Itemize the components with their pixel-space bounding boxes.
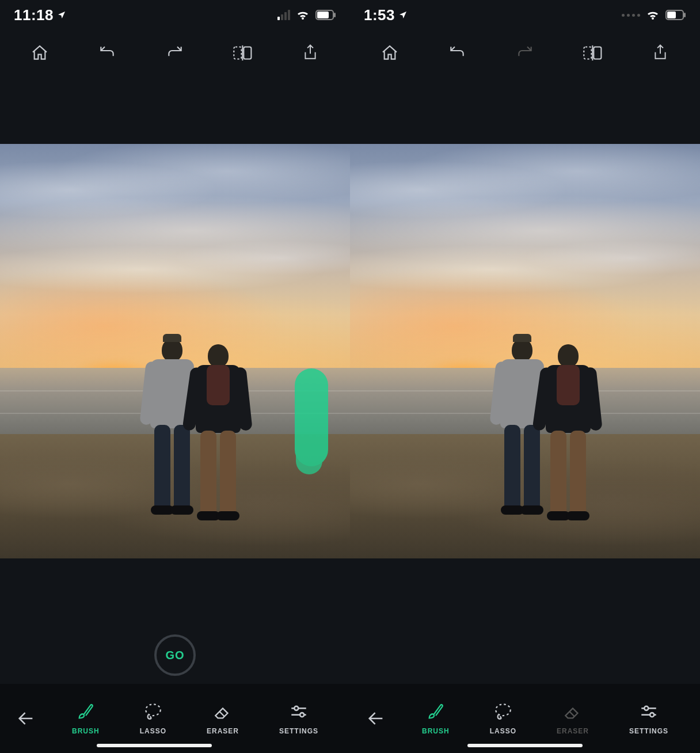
svg-rect-4 xyxy=(244,47,251,59)
undo-button[interactable] xyxy=(93,39,121,67)
tool-lasso[interactable]: LASSO xyxy=(490,702,516,735)
screen-left: 11:18 xyxy=(0,0,350,753)
tool-label: BRUSH xyxy=(422,727,450,735)
brush-icon xyxy=(76,702,96,721)
svg-rect-15 xyxy=(594,47,601,59)
tool-label: ERASER xyxy=(557,727,589,735)
svg-point-17 xyxy=(496,704,511,716)
battery-icon xyxy=(315,10,336,20)
photo[interactable] xyxy=(0,144,350,558)
tool-label: ERASER xyxy=(207,727,239,735)
home-button[interactable] xyxy=(26,39,54,67)
svg-point-6 xyxy=(146,704,161,716)
tool-lasso[interactable]: LASSO xyxy=(140,702,166,735)
tool-brush[interactable]: BRUSH xyxy=(72,702,100,735)
location-icon xyxy=(57,10,66,20)
brush-icon xyxy=(426,702,446,721)
brush-stroke-overlay xyxy=(295,368,328,466)
redo-button[interactable] xyxy=(161,39,189,67)
photo-subjects xyxy=(496,327,606,517)
undo-button[interactable] xyxy=(443,39,471,67)
lasso-icon xyxy=(143,702,163,721)
home-button[interactable] xyxy=(376,39,404,67)
tool-eraser[interactable]: ERASER xyxy=(207,702,239,735)
eraser-icon xyxy=(213,702,233,721)
svg-rect-2 xyxy=(334,13,336,17)
action-bar-empty xyxy=(350,626,700,684)
go-button[interactable]: GO xyxy=(154,634,196,676)
tool-brush[interactable]: BRUSH xyxy=(422,702,450,735)
share-button[interactable] xyxy=(646,39,674,67)
back-button[interactable] xyxy=(0,709,52,728)
tool-eraser: ERASER xyxy=(557,702,589,735)
settings-icon xyxy=(639,702,659,721)
compare-button[interactable] xyxy=(579,39,607,67)
canvas-area[interactable] xyxy=(350,76,700,626)
tool-label: LASSO xyxy=(490,727,516,735)
home-indicator[interactable] xyxy=(467,744,583,747)
svg-rect-14 xyxy=(584,47,591,59)
photo[interactable] xyxy=(350,144,700,558)
time-label: 11:18 xyxy=(14,6,54,24)
tool-label: BRUSH xyxy=(72,727,100,735)
svg-rect-3 xyxy=(234,47,241,59)
status-time: 11:18 xyxy=(14,6,66,24)
svg-point-19 xyxy=(644,706,648,710)
svg-rect-12 xyxy=(667,12,676,18)
location-icon xyxy=(398,10,408,20)
compare-button[interactable] xyxy=(229,39,257,67)
action-bar: GO xyxy=(0,626,350,684)
status-bar: 1:53 xyxy=(350,0,700,30)
svg-point-21 xyxy=(650,713,654,717)
tool-settings[interactable]: SETTINGS xyxy=(279,702,318,735)
share-button[interactable] xyxy=(296,39,324,67)
bottom-toolbar: BRUSH LASSO ERASER SETTINGS xyxy=(350,684,700,753)
time-label: 1:53 xyxy=(364,6,395,24)
photo-subjects xyxy=(146,327,256,517)
home-indicator[interactable] xyxy=(97,744,212,747)
bottom-toolbar: BRUSH LASSO ERASER SETTINGS xyxy=(0,684,350,753)
lasso-icon xyxy=(493,702,513,721)
cell-signal-icon xyxy=(277,10,290,20)
settings-icon xyxy=(289,702,309,721)
redo-button xyxy=(511,39,539,67)
go-label: GO xyxy=(165,649,184,662)
tool-settings[interactable]: SETTINGS xyxy=(629,702,668,735)
svg-point-8 xyxy=(294,706,298,710)
tool-label: SETTINGS xyxy=(279,727,318,735)
back-button[interactable] xyxy=(350,709,402,728)
cell-signal-icon xyxy=(622,14,640,17)
wifi-icon xyxy=(296,10,310,20)
top-toolbar xyxy=(350,30,700,76)
top-toolbar xyxy=(0,30,350,76)
tool-label: LASSO xyxy=(140,727,166,735)
svg-rect-1 xyxy=(317,12,329,18)
battery-icon xyxy=(665,10,686,20)
tool-label: SETTINGS xyxy=(629,727,668,735)
wifi-icon xyxy=(646,10,660,20)
eraser-icon xyxy=(563,702,583,721)
canvas-area[interactable] xyxy=(0,76,350,626)
svg-point-10 xyxy=(300,713,304,717)
screen-right: 1:53 xyxy=(350,0,700,753)
status-time: 1:53 xyxy=(364,6,408,24)
svg-rect-13 xyxy=(684,13,686,17)
status-bar: 11:18 xyxy=(0,0,350,30)
